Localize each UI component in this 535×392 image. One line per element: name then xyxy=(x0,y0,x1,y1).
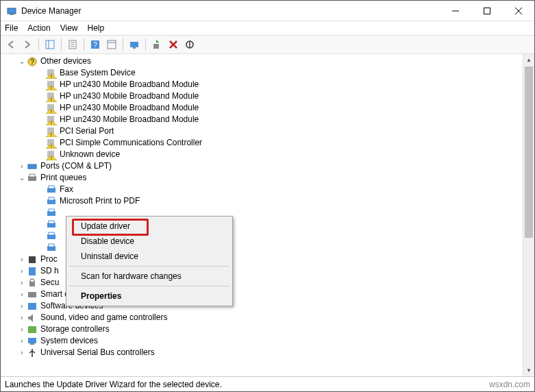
svg-rect-1 xyxy=(10,14,14,15)
expander-icon[interactable]: › xyxy=(17,289,27,300)
svg-text:!: ! xyxy=(51,109,52,114)
svg-text:!: ! xyxy=(51,156,52,160)
expander-icon[interactable]: ⌄ xyxy=(17,172,27,184)
warning-device-icon: ! xyxy=(46,91,57,102)
help-icon[interactable]: ? xyxy=(88,37,103,52)
tree-item[interactable]: Fax xyxy=(60,184,73,195)
menu-disable-device[interactable]: Disable device xyxy=(69,234,230,249)
minimize-button[interactable] xyxy=(440,1,471,21)
maximize-button[interactable] xyxy=(471,1,503,21)
tree-category[interactable]: System devices xyxy=(40,335,98,347)
svg-rect-0 xyxy=(8,8,16,14)
menu-action[interactable]: Action xyxy=(27,23,50,33)
tree-item[interactable]: PCI Serial Port xyxy=(60,125,114,137)
processor-icon xyxy=(27,254,38,265)
tree-item[interactable]: HP un2430 Mobile Broadband Module xyxy=(60,90,199,102)
tree-category[interactable]: Ports (COM & LPT) xyxy=(40,160,112,172)
uninstall-icon[interactable] xyxy=(166,37,181,52)
scroll-up-arrow[interactable]: ▲ xyxy=(523,54,534,66)
tree-category[interactable]: Other devices xyxy=(40,56,91,67)
menu-file[interactable]: File xyxy=(5,23,18,33)
forward-button[interactable] xyxy=(20,37,35,52)
menu-update-driver[interactable]: Update driver xyxy=(69,219,230,234)
system-device-icon xyxy=(27,336,38,347)
software-device-icon xyxy=(27,301,38,312)
scroll-down-arrow[interactable]: ▼ xyxy=(523,365,534,376)
expander-icon[interactable]: › xyxy=(17,277,27,289)
svg-rect-17 xyxy=(133,47,136,49)
window-title: Device Manager xyxy=(21,6,440,16)
expander-icon[interactable]: › xyxy=(17,265,27,277)
tree-item[interactable]: Base System Device xyxy=(60,67,136,79)
device-manager-window: Device Manager File Action View Help ? ⌄… xyxy=(0,0,535,392)
tree-category[interactable]: Universal Serial Bus controllers xyxy=(40,347,155,358)
vertical-scrollbar[interactable]: ▲ ▼ xyxy=(523,54,534,376)
expander-icon[interactable]: › xyxy=(17,160,27,172)
svg-text:!: ! xyxy=(51,132,52,137)
expander-icon[interactable]: ⌄ xyxy=(17,56,27,67)
svg-rect-6 xyxy=(46,40,54,49)
svg-rect-16 xyxy=(130,42,138,47)
smartcard-icon xyxy=(27,289,38,300)
expander-icon[interactable]: › xyxy=(17,323,27,335)
svg-rect-44 xyxy=(49,197,54,200)
tree-item[interactable]: Unknown device xyxy=(60,149,120,160)
svg-rect-40 xyxy=(29,174,35,177)
close-button[interactable] xyxy=(503,1,534,21)
show-hide-tree-icon[interactable] xyxy=(42,37,58,52)
back-button[interactable] xyxy=(3,37,18,52)
tree-view[interactable]: ⌄?Other devices !Base System Device !HP … xyxy=(1,54,534,376)
printer-icon xyxy=(46,219,57,230)
tree-item[interactable]: PCI Simple Communications Controller xyxy=(60,137,202,149)
tree-category[interactable]: SD h xyxy=(40,265,59,277)
expander-icon[interactable]: › xyxy=(17,300,27,312)
tree-category[interactable]: Secu xyxy=(40,277,59,289)
ports-icon xyxy=(27,161,38,172)
menu-view[interactable]: View xyxy=(60,23,78,33)
tree-category[interactable]: Sound, video and game controllers xyxy=(40,312,167,323)
menu-help[interactable]: Help xyxy=(88,23,105,33)
update-driver-icon[interactable] xyxy=(149,37,164,52)
expander-icon[interactable]: › xyxy=(17,335,27,347)
tree-item[interactable]: Microsoft Print to PDF xyxy=(60,195,140,207)
disable-icon[interactable] xyxy=(182,37,197,52)
usb-icon xyxy=(27,347,38,358)
svg-rect-48 xyxy=(49,221,54,223)
tree-category[interactable]: Print queues xyxy=(40,172,86,184)
tree-item[interactable]: HP un2430 Mobile Broadband Module xyxy=(60,114,199,125)
menu-properties[interactable]: Properties xyxy=(69,289,230,304)
svg-rect-50 xyxy=(49,232,54,235)
printer-icon xyxy=(46,231,57,242)
grid-icon[interactable] xyxy=(104,37,119,52)
watermark-text: wsxdn.com xyxy=(489,380,530,389)
tree-item[interactable]: HP un2430 Mobile Broadband Module xyxy=(60,79,199,90)
svg-text:!: ! xyxy=(51,97,52,102)
statusbar: Launches the Update Driver Wizard for th… xyxy=(1,376,534,391)
warning-device-icon: ! xyxy=(46,68,57,79)
svg-text:?: ? xyxy=(30,58,34,66)
tree-item[interactable]: HP un2430 Mobile Broadband Module xyxy=(60,102,199,114)
tree-category[interactable]: Proc xyxy=(40,254,58,265)
menu-uninstall-device[interactable]: Uninstall device xyxy=(69,249,230,264)
svg-rect-42 xyxy=(49,186,54,188)
menu-scan-hardware[interactable]: Scan for hardware changes xyxy=(69,269,230,284)
svg-rect-55 xyxy=(29,282,35,286)
expander-icon[interactable]: › xyxy=(17,254,27,265)
printer-icon xyxy=(46,208,57,219)
properties-icon[interactable] xyxy=(65,37,80,52)
svg-text:!: ! xyxy=(51,86,52,90)
scan-hardware-icon[interactable] xyxy=(127,37,142,52)
tree-category[interactable]: Storage controllers xyxy=(40,323,110,335)
menubar: File Action View Help xyxy=(1,21,534,35)
svg-text:!: ! xyxy=(51,74,52,79)
menu-separator xyxy=(69,266,229,267)
warning-device-icon: ! xyxy=(46,149,57,160)
warning-device-icon: ! xyxy=(46,79,57,90)
printer-icon xyxy=(46,196,57,207)
scroll-thumb[interactable] xyxy=(525,66,533,238)
expander-icon[interactable]: › xyxy=(17,312,27,323)
sound-icon xyxy=(27,313,38,323)
expander-icon[interactable]: › xyxy=(17,347,27,358)
warning-device-icon: ! xyxy=(46,126,57,137)
svg-rect-54 xyxy=(29,267,36,275)
